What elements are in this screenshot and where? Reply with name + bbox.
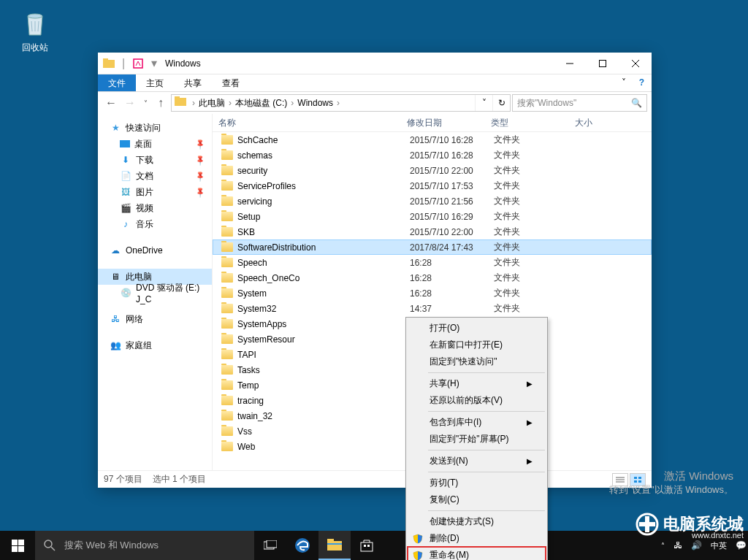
nav-up-button[interactable]: ↑ xyxy=(152,94,169,112)
file-name: SoftwareDistribution xyxy=(237,242,410,253)
task-view-button[interactable] xyxy=(254,531,286,560)
svg-rect-16 xyxy=(638,480,641,483)
svg-rect-22 xyxy=(12,546,18,552)
svg-point-0 xyxy=(28,14,42,18)
tab-file[interactable]: 文件 xyxy=(98,74,136,91)
start-button[interactable] xyxy=(0,531,35,560)
breadcrumb[interactable]: › 此电脑 › 本地磁盘 (C:) › Windows › ˅ ↻ xyxy=(171,94,511,112)
breadcrumb-item[interactable]: 此电脑 xyxy=(196,97,227,110)
file-type: 文件夹 xyxy=(494,149,578,161)
table-row[interactable]: servicing 2015/7/10 21:56 文件夹 xyxy=(213,193,652,209)
table-row[interactable]: SKB 2015/7/10 22:00 文件夹 xyxy=(213,224,652,239)
table-row[interactable]: System32 14:37 文件夹 xyxy=(213,301,652,316)
col-type[interactable]: 类型 xyxy=(491,117,575,129)
nav-drop-button[interactable]: ˅ xyxy=(475,95,492,111)
table-row[interactable]: security 2015/7/10 22:00 文件夹 xyxy=(213,163,652,178)
help-button[interactable]: ? xyxy=(632,74,652,91)
svg-rect-20 xyxy=(12,540,18,545)
ribbon-expand-button[interactable]: ˅ xyxy=(616,74,632,91)
tab-home[interactable]: 主页 xyxy=(136,74,174,91)
taskbar-search[interactable]: 搜索 Web 和 Windows xyxy=(35,531,254,560)
nav-videos[interactable]: 🎬视频 xyxy=(98,200,212,216)
col-name[interactable]: 名称 xyxy=(218,117,407,129)
tab-share[interactable]: 共享 xyxy=(174,74,212,91)
nav-downloads[interactable]: ⬇下载📌 xyxy=(98,152,212,168)
table-row[interactable]: System 16:28 文件夹 xyxy=(213,285,652,301)
search-input[interactable]: 搜索"Windows" 🔍 xyxy=(512,94,647,112)
menu-item[interactable]: 在新窗口中打开(E) xyxy=(408,337,546,353)
nav-homegroup[interactable]: 👥家庭组 xyxy=(98,337,212,353)
file-name: Temp xyxy=(237,380,410,391)
tray-volume-icon[interactable]: 🔊 xyxy=(691,540,702,551)
nav-documents[interactable]: 📄文档📌 xyxy=(98,168,212,184)
folder-icon xyxy=(221,319,233,329)
refresh-button[interactable]: ↻ xyxy=(492,95,510,111)
menu-item[interactable]: 固定到"快速访问" xyxy=(408,353,546,370)
maximize-button[interactable] xyxy=(586,53,619,74)
folder-icon xyxy=(221,334,233,344)
taskbar-edge[interactable] xyxy=(286,531,318,560)
col-size[interactable]: 大小 xyxy=(575,117,652,129)
file-date: 16:28 xyxy=(410,258,494,268)
menu-item[interactable]: 还原以前的版本(V) xyxy=(408,392,546,409)
tray-ime-icon[interactable]: 中英 xyxy=(711,540,727,551)
menu-item[interactable]: 删除(D) xyxy=(408,530,546,547)
file-date: 2017/8/24 17:43 xyxy=(410,242,494,253)
menu-item[interactable]: 重命名(M) xyxy=(408,547,546,560)
folder-icon xyxy=(221,212,233,221)
nav-network[interactable]: 🖧网络 xyxy=(98,311,212,327)
menu-item[interactable]: 包含到库中(I)▶ xyxy=(408,414,546,431)
svg-rect-9 xyxy=(175,96,180,99)
table-row[interactable]: Speech 16:28 文件夹 xyxy=(213,255,652,270)
menu-item[interactable]: 创建快捷方式(S) xyxy=(408,513,546,530)
nav-history-button[interactable]: ˅ xyxy=(140,94,150,112)
table-row[interactable]: Speech_OneCo 16:28 文件夹 xyxy=(213,270,652,285)
table-row[interactable]: ServiceProfiles 2015/7/10 17:53 文件夹 xyxy=(213,178,652,193)
nav-dvd[interactable]: 💿DVD 驱动器 (E:) J_C xyxy=(98,285,212,301)
table-row[interactable]: SchCache 2015/7/10 16:28 文件夹 xyxy=(213,132,652,147)
qat-newfolder-icon[interactable]: ▾ xyxy=(150,56,159,71)
svg-rect-32 xyxy=(361,542,373,551)
folder-icon xyxy=(221,258,233,267)
close-button[interactable] xyxy=(619,53,652,74)
nav-desktop[interactable]: 桌面📌 xyxy=(98,136,212,152)
folder-icon xyxy=(221,380,233,390)
nav-onedrive[interactable]: ☁OneDrive xyxy=(98,242,212,258)
menu-item[interactable]: 发送到(N)▶ xyxy=(408,453,546,469)
menu-separator xyxy=(428,411,545,412)
view-icons-button[interactable] xyxy=(630,473,646,486)
nav-music[interactable]: ♪音乐 xyxy=(98,216,212,232)
menu-separator xyxy=(428,450,545,450)
tray-notifications-icon[interactable]: 💬 xyxy=(736,540,747,551)
nav-forward-button[interactable]: → xyxy=(121,94,139,112)
submenu-arrow-icon: ▶ xyxy=(527,380,533,388)
folder-icon xyxy=(221,166,233,175)
menu-item[interactable]: 共享(H)▶ xyxy=(408,375,546,392)
table-row[interactable]: Setup 2015/7/10 16:29 文件夹 xyxy=(213,209,652,224)
nav-quick-access[interactable]: ★快速访问 xyxy=(98,120,212,136)
breadcrumb-item[interactable]: 本地磁盘 (C:) xyxy=(233,97,289,110)
col-date[interactable]: 修改日期 xyxy=(407,117,491,129)
menu-item[interactable]: 固定到"开始"屏幕(P) xyxy=(408,431,546,448)
ribbon-tabs: 文件 主页 共享 查看 ˅ ? xyxy=(98,74,652,92)
tray-chevron-up-icon[interactable]: ˄ xyxy=(661,542,665,550)
minimize-button[interactable] xyxy=(553,53,586,74)
search-placeholder: 搜索"Windows" xyxy=(517,97,576,110)
svg-rect-15 xyxy=(634,480,637,483)
explorer-window: | ▾ Windows 文件 主页 共享 查看 ˅ ? ← → ˅ ↑ › 此电… xyxy=(98,53,652,488)
recycle-bin-desktop-icon[interactable]: 回收站 xyxy=(13,7,57,54)
nav-back-button[interactable]: ← xyxy=(102,94,120,112)
view-details-button[interactable] xyxy=(612,473,628,486)
table-row[interactable]: SoftwareDistribution 2017/8/24 17:43 文件夹 xyxy=(213,239,652,255)
taskbar-store[interactable] xyxy=(351,531,383,560)
nav-pictures[interactable]: 🖼图片📌 xyxy=(98,184,212,200)
table-row[interactable]: schemas 2015/7/10 16:28 文件夹 xyxy=(213,147,652,163)
menu-item[interactable]: 打开(O) xyxy=(408,320,546,337)
taskbar-explorer[interactable] xyxy=(318,531,351,560)
menu-item[interactable]: 剪切(T) xyxy=(408,475,546,491)
breadcrumb-item[interactable]: Windows xyxy=(295,98,335,108)
tray-network-icon[interactable]: 🖧 xyxy=(673,540,682,551)
qat-properties-icon[interactable] xyxy=(131,56,145,71)
menu-item[interactable]: 复制(C) xyxy=(408,491,546,508)
tab-view[interactable]: 查看 xyxy=(212,74,250,91)
